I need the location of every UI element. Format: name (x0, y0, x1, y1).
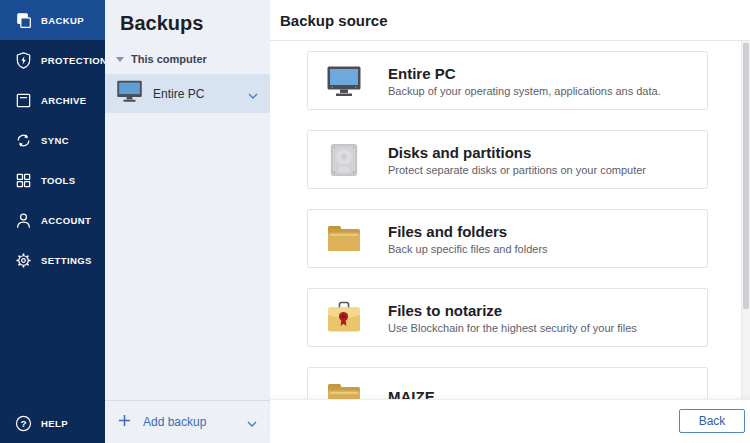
computer-group-label: This computer (131, 53, 207, 65)
card-text: Files and folders Back up specific files… (388, 223, 548, 255)
archive-icon (13, 90, 33, 110)
source-card-disks-partitions[interactable]: Disks and partitions Protect separate di… (307, 130, 708, 189)
backup-item-name: Entire PC (153, 87, 204, 101)
sidebar-item-label: BACKUP (41, 15, 84, 26)
sidebar-item-sync[interactable]: SYNC (0, 120, 105, 160)
sidebar-item-label: PROTECTION (41, 55, 107, 66)
help-icon: ? (13, 413, 33, 433)
sidebar-item-account[interactable]: ACCOUNT (0, 200, 105, 240)
add-backup-label: Add backup (143, 415, 206, 429)
card-title: Files to notarize (388, 302, 637, 319)
backups-panel: Backups This computer Entire PC (105, 0, 270, 443)
hard-disk-icon (326, 142, 362, 178)
card-description: Protect separate disks or partitions on … (388, 164, 646, 176)
sidebar-item-label: TOOLS (41, 175, 76, 186)
sidebar-item-protection[interactable]: PROTECTION (0, 40, 105, 80)
sidebar-item-help[interactable]: ? HELP (0, 403, 105, 443)
card-description: Back up specific files and folders (388, 243, 548, 255)
add-backup-button[interactable]: Add backup (105, 400, 270, 443)
main-header: Backup source (270, 0, 750, 41)
backups-panel-title: Backups (120, 12, 270, 35)
app-window: BACKUP PROTECTION ARCHIVE (0, 0, 750, 443)
source-card-files-to-notarize[interactable]: Files to notarize Use Blockchain for the… (307, 288, 708, 347)
card-description: Use Blockchain for the highest security … (388, 322, 637, 334)
folder-icon (326, 221, 362, 257)
sidebar-item-backup[interactable]: BACKUP (0, 0, 105, 40)
sidebar-item-label: ARCHIVE (41, 95, 87, 106)
folder-icon (326, 379, 362, 401)
collapse-triangle-icon (116, 57, 124, 62)
source-card-entire-pc[interactable]: Entire PC Backup of your operating syste… (307, 51, 708, 110)
settings-icon (13, 250, 33, 270)
back-button[interactable]: Back (679, 409, 745, 433)
card-text: Files to notarize Use Blockchain for the… (388, 302, 637, 334)
chevron-down-icon[interactable] (247, 413, 257, 431)
sidebar-item-tools[interactable]: TOOLS (0, 160, 105, 200)
card-text: Entire PC Backup of your operating syste… (388, 65, 661, 97)
sidebar-item-label: ACCOUNT (41, 215, 91, 226)
source-card-files-folders[interactable]: Files and folders Back up specific files… (307, 209, 708, 268)
source-card-maize[interactable]: MAIZE (307, 367, 708, 400)
backup-list-item-entire-pc[interactable]: Entire PC (105, 74, 270, 113)
plus-icon (118, 413, 131, 431)
main-sidebar: BACKUP PROTECTION ARCHIVE (0, 0, 105, 443)
sidebar-item-settings[interactable]: SETTINGS (0, 240, 105, 280)
backup-icon (13, 10, 33, 30)
account-icon (13, 210, 33, 230)
protection-icon (13, 50, 33, 70)
tools-icon (13, 170, 33, 190)
sidebar-item-label: HELP (41, 418, 68, 429)
svg-text:?: ? (20, 417, 26, 428)
chevron-down-icon[interactable] (248, 85, 258, 103)
sidebar-item-label: SETTINGS (41, 255, 92, 266)
card-title: Disks and partitions (388, 144, 646, 161)
backup-source-pane: Backup source Entire PC Backup of your o… (270, 0, 750, 443)
sidebar-item-label: SYNC (41, 135, 69, 146)
bottom-action-bar: Back (270, 399, 750, 443)
card-text: Disks and partitions Protect separate di… (388, 144, 646, 176)
page-title: Backup source (280, 12, 388, 29)
scrollbar-thumb[interactable] (743, 43, 749, 309)
notarize-briefcase-icon (326, 300, 362, 336)
sync-icon (13, 130, 33, 150)
monitor-icon (116, 80, 143, 107)
sidebar-item-archive[interactable]: ARCHIVE (0, 80, 105, 120)
card-title: Files and folders (388, 223, 548, 240)
backup-source-card-list: Entire PC Backup of your operating syste… (307, 41, 708, 400)
card-description: Backup of your operating system, applica… (388, 85, 661, 97)
monitor-icon (326, 63, 362, 99)
computer-group-header[interactable]: This computer (116, 53, 270, 65)
card-title: Entire PC (388, 65, 661, 82)
vertical-scrollbar[interactable] (741, 41, 750, 400)
sidebar-spacer (0, 280, 105, 403)
